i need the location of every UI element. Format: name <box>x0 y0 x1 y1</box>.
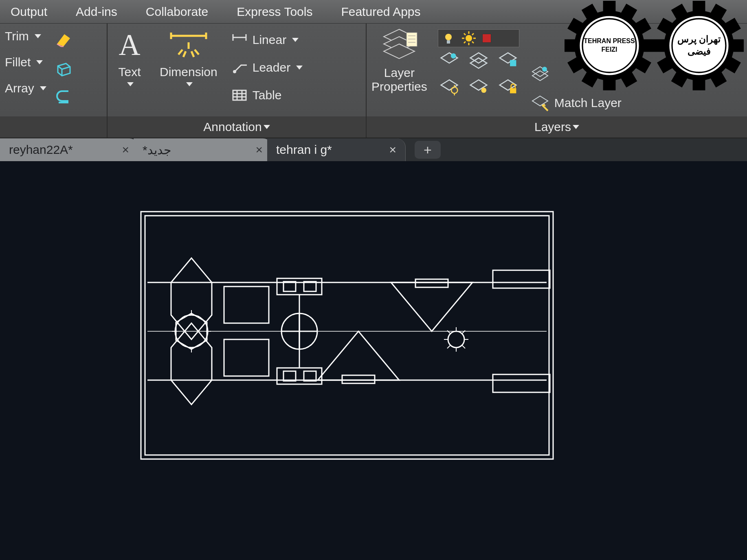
linear-label: Linear <box>253 33 286 47</box>
svg-rect-14 <box>233 90 246 100</box>
subset-icon[interactable] <box>55 87 73 105</box>
svg-rect-42 <box>510 60 516 66</box>
doc-tab-2[interactable]: tehran i g* × <box>267 138 406 161</box>
leader-icon <box>231 59 248 77</box>
svg-line-100 <box>462 330 465 333</box>
svg-rect-102 <box>493 374 550 392</box>
panel-modify: Trim Fillet Array <box>0 24 108 116</box>
dimension-icon <box>166 28 211 63</box>
svg-rect-80 <box>304 282 316 291</box>
svg-line-9 <box>191 51 194 57</box>
doc-tab-1[interactable]: جدید* × <box>134 138 272 161</box>
layer-make-current-icon[interactable] <box>530 63 550 84</box>
svg-rect-79 <box>283 282 296 291</box>
doc-tab-1-label: جدید* <box>143 143 171 157</box>
svg-marker-88 <box>318 331 399 380</box>
ribbon-tab-featuredapps[interactable]: Featured Apps <box>341 5 420 19</box>
layer-state-dropdown[interactable] <box>438 29 519 47</box>
match-layer-label: Match Layer <box>554 96 622 110</box>
svg-line-8 <box>183 51 186 57</box>
svg-rect-89 <box>342 375 375 383</box>
panel-layers-title[interactable]: Layers <box>367 116 747 138</box>
svg-point-44 <box>451 87 457 93</box>
brand-gear-farsi: تهران پرس فیضی <box>654 1 744 90</box>
layer-off-icon[interactable] <box>438 51 461 71</box>
logo-fa-line2: فیضی <box>688 46 711 58</box>
svg-rect-83 <box>304 371 316 381</box>
layer-freeze-icon[interactable] <box>467 51 490 71</box>
brand-gear-english: TEHRAN PRESS FEIZI <box>565 1 654 90</box>
svg-rect-82 <box>283 371 296 381</box>
svg-line-35 <box>472 33 474 35</box>
svg-rect-50 <box>510 88 516 94</box>
logo-fa-line1: تهران پرس <box>677 33 721 46</box>
svg-line-36 <box>464 42 466 43</box>
table-button[interactable]: Table <box>231 86 303 104</box>
svg-line-97 <box>447 330 450 333</box>
dropdown-arrow-icon <box>127 82 134 86</box>
panel-annotation-title[interactable]: Annotation <box>108 116 367 138</box>
cad-drawing <box>138 209 556 462</box>
linear-dimension-icon <box>231 31 248 49</box>
box-icon[interactable] <box>55 59 73 77</box>
panel-annotation: A Text <box>108 24 367 116</box>
ribbon-tab-expresstools[interactable]: Express Tools <box>237 5 312 19</box>
dropdown-arrow-icon <box>35 34 41 38</box>
layer-isolate-icon[interactable] <box>497 51 519 71</box>
match-layer-icon <box>530 93 550 113</box>
layer-properties-button[interactable]: Layer Properties <box>371 27 427 94</box>
svg-line-99 <box>447 346 450 348</box>
svg-rect-63 <box>141 212 553 459</box>
close-icon[interactable]: × <box>389 143 396 157</box>
add-tab-button[interactable]: + <box>415 141 441 159</box>
array-button[interactable]: Array <box>5 81 46 95</box>
doc-tab-2-label: tehran i g* <box>276 143 332 157</box>
svg-point-92 <box>448 331 464 348</box>
svg-marker-52 <box>532 71 548 81</box>
fillet-label: Fillet <box>5 55 31 69</box>
svg-rect-101 <box>493 270 550 288</box>
close-icon[interactable]: × <box>255 143 263 157</box>
table-icon <box>231 86 248 104</box>
trim-button[interactable]: Trim <box>5 29 46 43</box>
lightbulb-on-icon <box>442 31 455 45</box>
ribbon-tab-addins[interactable]: Add-ins <box>76 5 117 19</box>
annotation-title-text: Annotation <box>203 120 261 134</box>
erase-icon[interactable] <box>55 30 73 48</box>
logo-en-line2: FEIZI <box>601 46 617 54</box>
layer-lock-icon[interactable] <box>497 77 519 97</box>
text-icon: A <box>112 28 147 63</box>
svg-line-98 <box>462 346 465 348</box>
layer-properties-label: Layer Properties <box>371 66 427 94</box>
sun-icon <box>461 31 477 46</box>
svg-line-7 <box>195 50 199 55</box>
dropdown-arrow-icon <box>573 125 579 129</box>
ribbon-panel-labels: Annotation Layers <box>0 116 747 138</box>
leader-button[interactable]: Leader <box>231 59 303 77</box>
dimension-tool[interactable]: Dimension <box>160 27 218 86</box>
text-tool[interactable]: A Text <box>112 27 147 86</box>
trim-label: Trim <box>5 29 29 43</box>
layer-thaw-icon[interactable] <box>438 77 461 97</box>
match-layer-button[interactable]: Match Layer <box>530 93 622 113</box>
layer-tools-grid <box>438 51 519 97</box>
ribbon-tab-output[interactable]: Output <box>11 5 47 19</box>
svg-point-38 <box>451 53 456 59</box>
linear-dimension-button[interactable]: Linear <box>231 31 303 49</box>
svg-point-26 <box>445 34 452 40</box>
ribbon-tab-collaborate[interactable]: Collaborate <box>146 5 208 19</box>
svg-marker-54 <box>532 96 548 106</box>
panel-modify-title[interactable] <box>0 116 108 138</box>
layers-title-text: Layers <box>534 120 571 134</box>
layer-on-icon[interactable] <box>467 77 490 97</box>
doc-tab-0-label: reyhan22A* <box>9 143 73 157</box>
svg-rect-77 <box>224 339 269 376</box>
doc-tab-0[interactable]: reyhan22A* × <box>0 138 138 161</box>
close-icon[interactable]: × <box>122 143 129 157</box>
drawing-canvas[interactable]: Tehran Press Feizi <box>0 161 747 560</box>
dropdown-arrow-icon <box>40 86 46 90</box>
dropdown-arrow-icon <box>292 38 299 42</box>
dropdown-arrow-icon <box>264 125 270 129</box>
fillet-button[interactable]: Fillet <box>5 55 46 69</box>
svg-point-48 <box>481 88 486 93</box>
